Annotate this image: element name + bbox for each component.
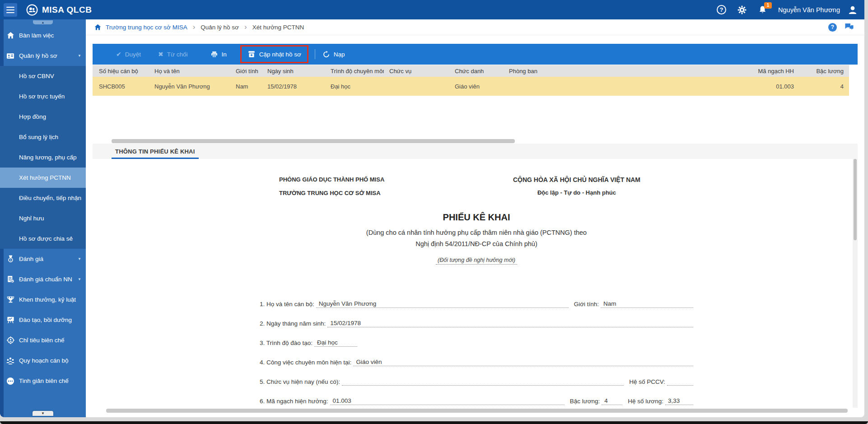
breadcrumb-section[interactable]: Quản lý hồ sơ bbox=[201, 24, 239, 31]
svg-text:1: 1 bbox=[9, 258, 11, 261]
sidebar-scroll-down-tab[interactable]: ▼ bbox=[33, 411, 53, 416]
document-check-icon bbox=[6, 275, 15, 284]
help-icon[interactable]: ? bbox=[717, 5, 726, 14]
document-title: PHIẾU KÊ KHAI bbox=[260, 212, 693, 223]
form-row-name: 1. Họ và tên cán bộ: Nguyễn Văn Phương G… bbox=[260, 298, 693, 308]
window-frame bbox=[0, 421, 868, 424]
tab-thong-tin-phieu-ke-khai[interactable]: THÔNG TIN PHIẾU KÊ KHAI bbox=[112, 144, 199, 159]
sidebar-item-chi-tieu-bien-che[interactable]: Chỉ tiêu biên chế bbox=[0, 330, 86, 350]
national-motto-block: CỘNG HÒA XÃ HỘI CHỦ NGHĨA VIỆT NAM Độc l… bbox=[464, 176, 690, 196]
breadcrumb-root-link[interactable]: Trường trung học cơ sở MISA bbox=[106, 24, 187, 31]
print-button[interactable]: In bbox=[208, 51, 229, 58]
cell-gioi-tinh: Nam bbox=[230, 83, 262, 90]
sidebar: ▲ Bàn làm việc bbox=[0, 19, 86, 417]
ellipsis-circle-icon bbox=[6, 377, 15, 386]
column-header[interactable]: Mã ngạch HH bbox=[709, 68, 799, 75]
app-title: MISA QLCB bbox=[42, 5, 92, 15]
sidebar-subitem-ho-so-duoc-chia-se[interactable]: Hồ sơ được chia sẻ bbox=[0, 228, 86, 249]
org-line2: TRƯỜNG TRUNG HỌC CƠ SỞ MISA bbox=[279, 190, 384, 196]
form-row-dob: 2. Ngày tháng năm sinh: 15/02/1978 bbox=[260, 318, 693, 327]
toolbar-divider bbox=[315, 49, 315, 59]
sidebar-scroll-up-tab[interactable]: ▲ bbox=[33, 20, 53, 24]
sidebar-item-dao-tao-boi-duong[interactable]: Đào tạo, bồi dưỡng bbox=[0, 310, 86, 330]
archive-download-icon bbox=[247, 50, 256, 58]
column-header[interactable]: Phòng ban bbox=[504, 68, 709, 75]
document-horizontal-scrollbar[interactable] bbox=[106, 409, 848, 413]
sidebar-item-ban-lam-viec[interactable]: Bàn làm việc bbox=[0, 25, 86, 46]
dob-value: 15/02/1978 bbox=[327, 320, 693, 327]
column-header[interactable]: Chức danh bbox=[449, 68, 504, 75]
medal-icon: 1 bbox=[6, 255, 15, 264]
sidebar-subitem-dieu-chuyen-tiep-nhan[interactable]: Điều chuyển, tiếp nhận bbox=[0, 188, 86, 208]
reload-button[interactable]: Nạp bbox=[320, 51, 348, 58]
grade-value: 01.003 bbox=[330, 397, 565, 405]
cell-ma-ngach: 01.003 bbox=[709, 83, 799, 90]
target-icon bbox=[6, 336, 15, 345]
form-row-grade: 6. Mã ngạch hiện hưởng: 01.003 Bậc lương… bbox=[260, 396, 693, 405]
notification-badge: 1 bbox=[764, 2, 772, 9]
column-header[interactable]: Chức vụ bbox=[384, 68, 449, 75]
chevron-down-icon: ▼ bbox=[78, 277, 81, 281]
sidebar-subitem-ho-so-truc-tuyen[interactable]: Hồ sơ trực tuyến bbox=[0, 86, 86, 107]
toolbar: ✔ Duyệt ✖ Từ chối In bbox=[93, 44, 858, 65]
cell-trinh-do: Đại học bbox=[325, 83, 384, 90]
declaration-document: PHÒNG GIÁO DỤC THÀNH PHỐ MISA TRƯỜNG TRU… bbox=[93, 159, 858, 408]
check-icon: ✔ bbox=[116, 51, 121, 57]
notifications-bell-icon[interactable]: 1 bbox=[758, 5, 767, 15]
update-record-button[interactable]: Cập nhật hồ sơ bbox=[240, 45, 308, 63]
column-header[interactable]: Ngày sinh bbox=[262, 68, 325, 75]
grid-horizontal-scrollbar[interactable] bbox=[112, 139, 515, 143]
position-value bbox=[342, 385, 624, 386]
cell-ho-va-ten: Nguyễn Văn Phương bbox=[149, 83, 230, 90]
column-header[interactable]: Trình độ chuyên môn bbox=[325, 68, 384, 75]
approve-button[interactable]: ✔ Duyệt bbox=[113, 51, 144, 58]
column-header[interactable]: Họ và tên bbox=[149, 68, 230, 75]
sidebar-item-quan-ly-ho-so[interactable]: Quản lý hồ sơ ▼ bbox=[0, 46, 86, 66]
sidebar-subitem-ho-so-cbnv[interactable]: Hồ sơ CBNV bbox=[0, 66, 86, 86]
education-value: Đại học bbox=[314, 339, 357, 347]
document-subtitle-line1: (Dùng cho cá nhân tính hưởng phụ cấp thâ… bbox=[260, 229, 693, 236]
chat-feedback-icon[interactable] bbox=[844, 23, 854, 32]
breadcrumb-separator: › bbox=[244, 23, 247, 32]
column-header[interactable]: Giới tính bbox=[230, 68, 262, 75]
salary-coef-value: 3,33 bbox=[665, 397, 693, 405]
sidebar-subitem-nghi-huu[interactable]: Nghỉ hưu bbox=[0, 208, 86, 228]
column-header[interactable]: Số hiệu cán bộ bbox=[93, 68, 149, 75]
motto-line1: CỘNG HÒA XÃ HỘI CHỦ NGHĨA VIỆT NAM bbox=[464, 176, 690, 183]
breadcrumb-page: Xét hưởng PCTNN bbox=[252, 24, 304, 31]
document-note: (Đối tượng đề nghị hưởng mới) bbox=[436, 257, 517, 265]
name-value: Nguyễn Văn Phương bbox=[316, 300, 569, 308]
context-help-icon[interactable]: ? bbox=[828, 23, 837, 32]
form-row-job: 4. Công việc chuyên môn hiện tại: Giáo v… bbox=[260, 357, 693, 366]
document-subtitle-line2: Nghị định 54/2011/NĐ-CP của Chính phủ) bbox=[260, 240, 693, 247]
reject-button[interactable]: ✖ Từ chối bbox=[155, 51, 191, 58]
people-group-icon bbox=[6, 356, 15, 365]
sidebar-subitem-bo-sung-ly-lich[interactable]: Bổ sung lý lịch bbox=[0, 127, 86, 147]
sidebar-item-danh-gia-chuan-nn[interactable]: Đánh giá chuẩn NN ▼ bbox=[0, 269, 86, 289]
breadcrumb-home-icon[interactable] bbox=[94, 23, 102, 31]
breadcrumb: Trường trung học cơ sở MISA › Quản lý hồ… bbox=[86, 19, 864, 35]
cross-icon: ✖ bbox=[158, 51, 163, 57]
column-header[interactable]: Bậc lương bbox=[799, 68, 849, 75]
sidebar-subitem-hop-dong[interactable]: Hợp đồng bbox=[0, 107, 86, 127]
sidebar-item-danh-gia[interactable]: 1 Đánh giá ▼ bbox=[0, 249, 86, 269]
form-row-position: 5. Chức vụ hiện nay (nếu có): Hệ số PCCV… bbox=[260, 376, 693, 386]
id-card-icon bbox=[6, 51, 15, 61]
hamburger-menu-button[interactable] bbox=[4, 3, 17, 17]
table-row-selected[interactable]: SHCB005 Nguyễn Văn Phương Nam 15/02/1978… bbox=[93, 77, 849, 96]
user-avatar-icon[interactable] bbox=[847, 5, 858, 15]
document-vertical-scrollbar-track bbox=[853, 159, 858, 408]
sidebar-submenu-quan-ly-ho-so: Hồ sơ CBNV Hồ sơ trực tuyến Hợp đồng Bổ … bbox=[0, 66, 86, 249]
sidebar-subitem-xet-huong-pctnn[interactable]: Xét hưởng PCTNN bbox=[0, 168, 86, 188]
sidebar-item-quy-hoach-can-bo[interactable]: Quy hoạch cán bộ bbox=[0, 350, 86, 371]
refresh-icon bbox=[322, 51, 330, 58]
sidebar-subitem-nang-luong-phu-cap[interactable]: Nâng lương, phụ cấp bbox=[0, 147, 86, 168]
training-board-icon bbox=[6, 316, 15, 325]
document-vertical-scrollbar[interactable] bbox=[854, 159, 857, 240]
cell-so-hieu-can-bo: SHCB005 bbox=[93, 83, 149, 90]
sidebar-item-khen-thuong-ky-luat[interactable]: Khen thưởng, kỷ luật bbox=[0, 289, 86, 310]
settings-gear-icon[interactable] bbox=[737, 5, 747, 15]
sidebar-item-tinh-gian-bien-che[interactable]: Tinh giản biên chế bbox=[0, 371, 86, 391]
bar-chart-icon bbox=[6, 410, 15, 412]
user-name[interactable]: Nguyễn Văn Phương bbox=[778, 6, 840, 14]
